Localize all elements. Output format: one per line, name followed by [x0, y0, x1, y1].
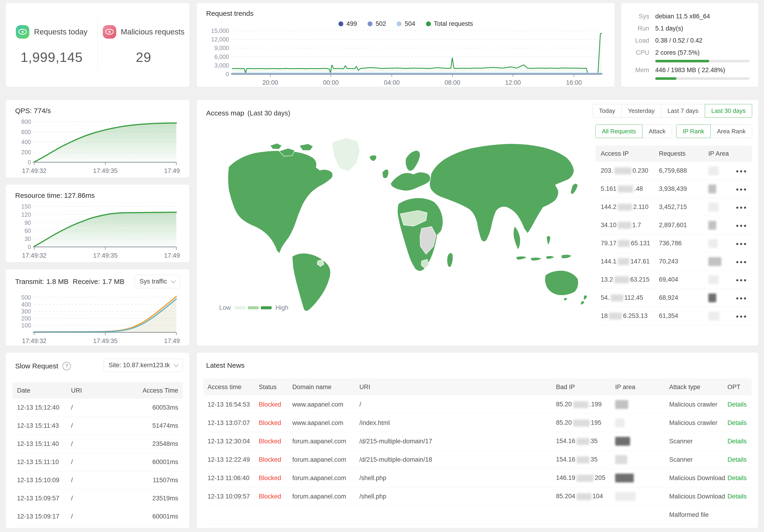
svg-text:0: 0	[28, 244, 31, 250]
requests-cell: 2,897,601	[659, 221, 708, 229]
bad-ip-cell: 154.1635	[556, 438, 615, 445]
details-link[interactable]: Details	[727, 438, 747, 445]
ip-prefix: 146.19	[556, 474, 575, 481]
access-time-cell: 23519ms	[129, 495, 183, 502]
more-icon[interactable]: ●●●	[736, 277, 747, 283]
traffic-type-dropdown[interactable]: Sys traffic	[135, 275, 180, 288]
slow-request-title: Slow Request	[15, 362, 58, 370]
malicious-requests-head: Malicious requests	[103, 25, 184, 39]
tab-all-requests[interactable]: All Requests	[595, 124, 643, 138]
svg-text:400: 400	[21, 139, 31, 145]
period-last-30-days[interactable]: Last 30 days	[705, 104, 752, 117]
ip-area-cell	[615, 400, 669, 409]
bad-ip-cell: 154.1635	[556, 456, 615, 464]
ip-area-cell	[708, 239, 733, 248]
system-info-value: debian 11.5 x86_64	[655, 13, 710, 20]
access-map-title: Access map	[206, 109, 244, 117]
legend-dot-icon	[397, 21, 402, 26]
redacted-ip-area	[708, 257, 721, 266]
tab-area-rank[interactable]: Area Rank	[710, 124, 752, 138]
details-link[interactable]: Details	[727, 456, 747, 463]
svg-text:17:49:35: 17:49:35	[93, 337, 117, 344]
svg-text:20:00: 20:00	[263, 79, 278, 86]
help-icon[interactable]: ?	[63, 362, 71, 370]
ip-area-cell	[615, 455, 669, 464]
ip-area-cell	[708, 203, 733, 211]
ip-prefix: 79.17	[601, 240, 617, 247]
redacted-ip-segment	[618, 186, 633, 193]
uri-cell: /	[71, 440, 129, 448]
requests-today-label: Requests today	[34, 28, 87, 36]
news-table-row: 12-13 13:07:07Blockedwww.aapanel.com/ind…	[203, 414, 752, 432]
ip-prefix: 13.2	[601, 276, 613, 283]
more-icon[interactable]: ●●●	[736, 187, 747, 192]
status-badge: Blocked	[259, 419, 292, 427]
uri-cell: /	[359, 401, 556, 408]
map-indonesia	[530, 257, 542, 261]
more-icon[interactable]: ●●●	[736, 259, 747, 264]
requests-cell: 3,938,439	[659, 185, 708, 193]
map-indonesia	[516, 256, 527, 260]
site-dropdown[interactable]: Site: 10.87.kern123.tk	[104, 359, 183, 372]
more-cell: ●●●	[733, 240, 752, 247]
map-europe	[391, 172, 431, 191]
access-map-subtitle: (Last 30 days)	[247, 109, 290, 117]
malicious-requests-value: 29	[136, 49, 151, 65]
details-link[interactable]: Details	[727, 493, 747, 500]
opt-cell: Details	[727, 493, 752, 500]
requests-cell: 69,404	[659, 276, 708, 283]
col-date: Date	[12, 387, 71, 394]
details-link[interactable]: Details	[727, 401, 747, 408]
tab-ip-rank[interactable]: IP Rank	[676, 124, 711, 138]
svg-text:120: 120	[21, 211, 31, 218]
bad-ip-cell: 85.20195	[556, 419, 615, 427]
ip-table-header: Access IP Requests IP Area	[596, 145, 752, 162]
requests-today-head: Requests today	[16, 25, 87, 39]
receive-label: Receive:	[73, 278, 100, 285]
news-table-row: 12-13 11:06:40Blockedforum.aapanel.com/s…	[203, 469, 752, 487]
access-ip-cell: 144.22.110	[596, 203, 659, 211]
bad-ip-cell: 146.19205	[556, 474, 615, 482]
more-icon[interactable]: ●●●	[736, 223, 747, 228]
more-icon[interactable]: ●●●	[736, 295, 747, 301]
more-icon[interactable]: ●●●	[736, 204, 747, 210]
system-info-value: 446 / 1983 MB ( 22.48%)	[655, 66, 725, 74]
world-map	[203, 127, 589, 312]
details-link[interactable]: Details	[727, 419, 747, 426]
period-today[interactable]: Today	[593, 104, 622, 117]
requests-cell: 61,354	[659, 312, 708, 320]
traffic-title: Transmit:1.8 MB Receive:1.7 MB	[15, 278, 127, 286]
svg-text:17:49:38: 17:49:38	[164, 252, 180, 259]
latest-news-table: Access time Status Domain name URI Bad I…	[203, 379, 752, 524]
more-icon[interactable]: ●●●	[736, 314, 747, 319]
ip-suffix: 104	[593, 493, 603, 500]
redacted-ip-segment	[618, 203, 632, 210]
system-info-row: Load0.38 / 0.52 / 0.42	[627, 37, 749, 44]
usage-progress-fill	[655, 60, 709, 63]
ip-prefix: 54.	[601, 294, 610, 301]
ip-suffix: 0.230	[633, 167, 649, 174]
usage-progress-fill	[655, 77, 676, 80]
ip-area-cell	[615, 473, 669, 482]
period-last-7-days[interactable]: Last 7 days	[661, 104, 705, 117]
tab-attack[interactable]: Attack	[642, 124, 672, 138]
svg-text:00:00: 00:00	[323, 79, 339, 86]
uri-cell: /	[71, 404, 129, 411]
access-time-cell: 11507ms	[129, 476, 183, 484]
request-trends-title: Request trends	[206, 10, 605, 17]
slow-table-header: Date URI Access Time	[12, 382, 183, 399]
col-access-time: Access time	[203, 383, 259, 391]
more-icon[interactable]: ●●●	[736, 168, 747, 174]
attack-type-cell: Scanner	[669, 456, 727, 464]
requests-cell: 736,786	[659, 240, 708, 247]
redacted-ip-area	[615, 473, 634, 482]
more-cell: ●●●	[733, 185, 752, 193]
attack-type-cell: Malformed file	[669, 511, 727, 518]
map-new-guinea	[561, 255, 572, 259]
svg-text:100: 100	[21, 322, 31, 329]
details-link[interactable]: Details	[727, 474, 747, 481]
col-access-ip: Access IP	[596, 150, 659, 157]
malicious-eye-icon	[103, 25, 116, 39]
period-yesterday[interactable]: Yesterday	[622, 104, 661, 117]
more-icon[interactable]: ●●●	[736, 241, 747, 246]
